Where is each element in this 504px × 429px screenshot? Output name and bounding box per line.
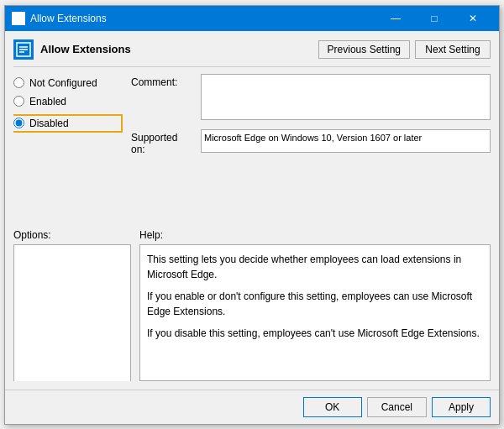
main-section: Not Configured Enabled Disabled Comment:	[13, 74, 491, 226]
comment-row: Comment:	[131, 74, 491, 123]
title-bar-buttons: — □ ✕	[376, 6, 492, 31]
minimize-button[interactable]: —	[376, 6, 415, 31]
disabled-radio[interactable]	[13, 118, 24, 128]
supported-input-wrapper: Microsoft Edge on Windows 10, Version 16…	[201, 129, 491, 155]
enabled-option[interactable]: Enabled	[13, 96, 123, 107]
options-section: Options:	[13, 229, 131, 381]
window-title: Allow Extensions	[30, 13, 376, 24]
options-label: Options:	[13, 229, 131, 241]
help-box[interactable]: This setting lets you decide whether emp…	[139, 244, 491, 381]
not-configured-option[interactable]: Not Configured	[13, 77, 123, 89]
title-bar: Allow Extensions — □ ✕	[5, 6, 499, 31]
right-panel: Comment: Supported on: Microsoft Edge on…	[131, 74, 491, 226]
supported-row: Supported on: Microsoft Edge on Windows …	[131, 129, 491, 155]
not-configured-radio[interactable]	[13, 77, 24, 88]
bottom-section: Options: Help: This setting lets you dec…	[13, 229, 491, 381]
content-area: Allow Extensions Previous Setting Next S…	[5, 31, 499, 390]
supported-label: Supported on:	[131, 129, 194, 155]
maximize-button[interactable]: □	[415, 6, 454, 31]
ok-button[interactable]: OK	[303, 397, 362, 417]
close-button[interactable]: ✕	[454, 6, 492, 31]
disabled-option[interactable]: Disabled	[13, 114, 123, 133]
policy-title: Allow Extensions	[40, 43, 131, 55]
apply-button[interactable]: Apply	[432, 397, 491, 417]
header-buttons: Previous Setting Next Setting	[318, 40, 491, 59]
options-box	[13, 244, 131, 381]
not-configured-label: Not Configured	[29, 77, 97, 89]
supported-textarea: Microsoft Edge on Windows 10, Version 16…	[201, 129, 491, 153]
radio-group: Not Configured Enabled Disabled	[13, 77, 123, 133]
next-setting-button[interactable]: Next Setting	[415, 40, 491, 59]
comment-label: Comment:	[131, 74, 194, 88]
policy-icon	[13, 39, 34, 60]
window-icon	[12, 12, 25, 25]
comment-textarea[interactable]	[201, 74, 491, 120]
header-left: Allow Extensions	[13, 39, 131, 60]
cancel-button[interactable]: Cancel	[367, 397, 427, 417]
help-label: Help:	[139, 229, 491, 241]
disabled-label: Disabled	[29, 118, 69, 129]
footer: OK Cancel Apply	[5, 390, 499, 424]
help-paragraph-1: This setting lets you decide whether emp…	[147, 252, 483, 282]
help-paragraph-3: If you disable this setting, employees c…	[147, 326, 483, 341]
previous-setting-button[interactable]: Previous Setting	[318, 40, 410, 59]
help-section: Help: This setting lets you decide wheth…	[139, 229, 491, 381]
header-section: Allow Extensions Previous Setting Next S…	[13, 39, 491, 67]
enabled-radio[interactable]	[13, 96, 24, 107]
window: Allow Extensions — □ ✕ Allow Extensions	[4, 5, 500, 425]
comment-input-wrapper	[201, 74, 491, 123]
enabled-label: Enabled	[29, 96, 66, 107]
help-paragraph-2: If you enable or don't configure this se…	[147, 289, 483, 319]
left-panel: Not Configured Enabled Disabled	[13, 74, 131, 226]
